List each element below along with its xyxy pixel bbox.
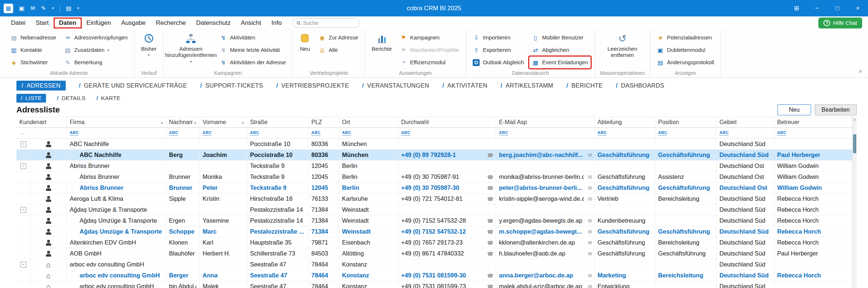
scrollbar-thumb[interactable] [853,134,856,153]
collapse-row-button[interactable]: − [20,262,26,268]
table-group-row[interactable]: −Abriss BrunnerTeckstraße 912045BerlinDe… [16,161,852,172]
ribbon-button-bemerkung[interactable]: ✎ Bemerkung [61,56,131,69]
filter-cell-kundenart[interactable]: – [16,128,67,138]
menu-item-recherche[interactable]: Recherche [151,18,191,28]
tab-berichte[interactable]: /BERICHTE [566,82,603,89]
ribbon-button-stichwoerter[interactable]: ◈ Stichwörter [7,56,59,69]
table-row[interactable]: Ağdaş Umzüge & TransporteSchoppeMarcPest… [16,226,852,237]
ribbon-button-potenzialadressen[interactable]: ★ Potenzialadressen [654,31,717,44]
menu-item-datei[interactable]: Datei [6,18,31,28]
phone-icon[interactable]: ☎ [487,174,493,180]
column-header-nachname[interactable]: Nachname▴ [166,117,200,127]
ribbon-button-meine-letzte-aktivitaet[interactable]: ↯ Meine letzte Aktivität [217,44,289,56]
ribbon-button-aktivitaeten[interactable]: ↯ Aktivitäten [217,31,289,44]
mail-icon[interactable]: ✉ [588,152,592,158]
tab-aktivitaten[interactable]: /AKTIVITÄTEN [442,82,488,89]
maximize-button[interactable]: □ [827,0,848,16]
ribbon-button-adressverknuepfungen[interactable]: ∞ Adressverknüpfungen [61,31,131,44]
mail-icon[interactable]: ✉ [588,229,592,235]
ribbon-button-effizienzmodul[interactable]: ◔ Effizienzmodul [397,56,462,69]
search-input[interactable] [303,20,355,26]
table-row[interactable]: ⌂arboc edv consulting GmbHbin Abdul Aziz… [16,281,852,288]
menu-item-ansicht[interactable]: Ansicht [236,18,266,28]
column-header-vorname[interactable]: Vorname▴ [200,117,247,127]
tab-support-tickets[interactable]: /SUPPORT-TICKETS [200,82,263,89]
tab-dashboards[interactable]: /DASHBOARDS [616,82,664,89]
filter-cell-plz[interactable]: ABC [308,128,339,138]
collapse-row-button[interactable]: − [20,163,26,169]
app-icon[interactable]: ▦ [4,4,13,13]
help-chat-button[interactable]: ? Hilfe Chat [818,18,862,28]
column-header-abteilung[interactable]: Abteilung [595,117,655,127]
vertical-scrollbar[interactable]: ▴ [852,117,857,288]
table-row[interactable]: Ağdaş Umzüge & TransporteErgenYaseminePe… [16,215,852,226]
ribbon-button-kampagnen-auswertung[interactable]: ⚑ Kampagnen [397,31,462,44]
tab-adressen[interactable]: /ADRESSEN [16,81,66,91]
table-row[interactable]: ⌂arboc edv consulting GmbHBergerAnnaSees… [16,270,852,281]
tab-veranstaltungen[interactable]: /VERANSTALTUNGEN [362,82,429,89]
filter-cell-durchwahl[interactable]: ABC [398,128,496,138]
collapse-ribbon-icon[interactable]: ^ [859,69,862,75]
ribbon-button-alle[interactable]: ◎ Alle [315,44,361,56]
mail-icon[interactable]: ✉ [588,196,592,202]
save-icon[interactable]: ▣ [19,5,24,12]
ribbon-button-zusatzdaten[interactable]: ▨ Zusatzdaten ▾ [61,44,131,56]
ribbon-button-neu-vertriebsprojekt[interactable]: Neu [296,31,313,53]
edit-icon[interactable]: ✎ [41,5,46,12]
filter-cell-betreuer[interactable]: ABC [774,128,852,138]
ribbon-button-dublettenmodul[interactable]: ▣ Dublettenmodul [654,44,717,56]
column-header-firma[interactable]: Firma▴ [67,117,166,127]
tab-vertriebsprojekte[interactable]: /VERTRIEBSPROJEKTE [276,82,349,89]
phone-icon[interactable]: ☎ [487,196,493,202]
tab-artikelstamm[interactable]: /ARTIKELSTAMM [500,82,553,89]
ribbon-button-adressen-hinzufuegen-entfernen[interactable]: Adressen hinzufügen/entfernen ▾ [167,31,215,65]
mail-icon[interactable]: ✉ [588,174,592,180]
filter-cell-strasse[interactable]: ABC [247,128,308,138]
table-row[interactable]: AOB GmbHBlauhöferHerbert H.Schillerstraß… [16,248,852,259]
column-header-durchwahl[interactable]: Durchwahl [398,117,496,127]
phone-icon[interactable]: ☎ [487,185,493,191]
ribbon-button-outlook-abgleich[interactable]: O Outlook Abgleich [470,56,527,69]
table-row[interactable]: Abriss BrunnerBrunnerMonikaTeckstraße 91… [16,172,852,183]
new-button[interactable]: Neu [777,104,811,115]
phone-icon[interactable]: ☎ [487,229,493,235]
view-tab-liste[interactable]: /LISTE [16,94,46,103]
mail-icon[interactable]: ✉ [588,185,592,191]
ribbon-button-berichte[interactable]: Berichte [369,31,395,53]
phone-icon[interactable]: ☎ [487,273,493,279]
filter-cell-vorname[interactable]: ABC [200,128,247,138]
column-header-ort[interactable]: Ort [339,117,398,127]
ribbon-button-nebenadresse[interactable]: ▤ Nebenadresse [7,31,59,44]
menu-item-daten[interactable]: Daten [54,18,81,28]
table-group-row[interactable]: −Ağdaş Umzüge & TransportePestalozzistra… [16,204,852,215]
phone-icon[interactable]: ☎ [487,251,493,257]
chevron-down-icon[interactable]: ▾ [52,6,54,11]
ribbon-button-abgleichen[interactable]: ⇄ Abgleichen [529,44,591,56]
phone-icon[interactable]: ☎ [487,152,493,158]
mail-icon[interactable]: ✉ [588,273,592,279]
minimize-button[interactable]: − [807,0,827,16]
view-tab-karte[interactable]: /KARTE [96,95,120,101]
phone-icon[interactable]: ☎ [487,240,493,246]
scroll-up-icon[interactable]: ▴ [853,118,857,121]
menu-item-datenschutz[interactable]: Datenschutz [191,18,236,28]
table-row[interactable]: Altenkirchen EDV GmbHKlonenKarlHauptstra… [16,237,852,248]
collapse-row-button[interactable]: − [20,141,26,147]
column-header-plz[interactable]: PLZ [308,117,339,127]
column-header-gebiet[interactable]: Gebiet [717,117,774,127]
ribbon-button-kontakte[interactable]: ▥ Kontakte [7,44,59,56]
ribbon-button-bisher[interactable]: Bisher ▾ [138,31,160,58]
filter-cell-abteilung[interactable]: ABC [595,128,655,138]
phone-icon[interactable]: ☎ [487,284,493,288]
column-header-position[interactable]: Position [655,117,717,127]
phone-icon[interactable]: ☎ [487,218,493,224]
mail-icon[interactable]: ✉ [30,5,35,12]
collapse-row-button[interactable]: − [20,207,26,213]
column-header-betreuer[interactable]: Betreuer [774,117,852,127]
menu-item-ausgabe[interactable]: Ausgabe [116,18,151,28]
table-group-row[interactable]: −ABC NachhilfePoccistraße 1080336München… [16,139,852,150]
ribbon-button-zur-adresse[interactable]: ◉ Zur Adresse [315,31,361,44]
table-row[interactable]: ABC NachhilfeBergJoachimPoccistraße 1080… [16,150,852,161]
filter-cell-firma[interactable]: ABC [67,128,166,138]
view-tab-details[interactable]: /DETAILS [57,95,85,101]
